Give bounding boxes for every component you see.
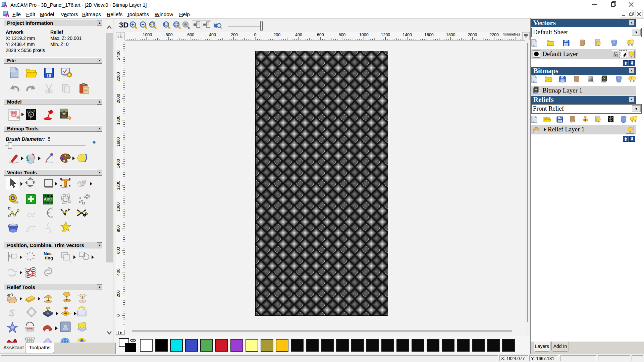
svg-text:-200: -200 — [229, 33, 238, 37]
svg-text:1600: 1600 — [424, 33, 434, 37]
svg-text:600: 600 — [317, 33, 324, 37]
svg-text:2200: 2200 — [489, 33, 499, 37]
svg-text:0: 0 — [116, 314, 121, 317]
svg-text:c: c — [29, 251, 31, 253]
svg-text:0: 0 — [254, 33, 257, 37]
svg-text:n: n — [26, 252, 29, 255]
svg-text:2200: 2200 — [116, 72, 121, 81]
svg-text:1800: 1800 — [116, 116, 121, 125]
svg-text:400: 400 — [295, 33, 302, 37]
svg-text:2400: 2400 — [116, 51, 121, 60]
svg-text:1200: 1200 — [116, 181, 121, 190]
svg-text:+: + — [533, 130, 535, 133]
svg-text:T: T — [34, 110, 35, 112]
svg-text:1200: 1200 — [381, 33, 390, 37]
svg-text:x: x — [30, 259, 31, 261]
svg-text:1800: 1800 — [446, 33, 455, 37]
svg-text:millimetres: millimetres — [502, 32, 520, 36]
svg-text:400: 400 — [116, 268, 121, 276]
svg-text:t: t — [27, 258, 29, 260]
svg-text:2000: 2000 — [468, 33, 477, 37]
svg-text:o: o — [25, 256, 28, 257]
svg-text:e: e — [32, 257, 35, 260]
svg-text:200: 200 — [116, 290, 121, 297]
svg-text:1000: 1000 — [116, 202, 121, 212]
svg-text:2000: 2000 — [116, 94, 121, 103]
svg-text:1000: 1000 — [359, 33, 369, 37]
svg-text:800: 800 — [116, 225, 121, 232]
svg-text:-1000: -1000 — [141, 33, 152, 37]
svg-text:ABC: ABC — [44, 197, 52, 201]
svg-text:t: t — [33, 255, 35, 256]
svg-text:S: S — [9, 307, 14, 318]
svg-text:600: 600 — [116, 247, 121, 254]
svg-text:-800: -800 — [164, 33, 173, 37]
svg-text:200: 200 — [273, 33, 280, 37]
svg-text:-400: -400 — [208, 33, 216, 37]
svg-text:800: 800 — [338, 33, 345, 37]
svg-text:1400: 1400 — [402, 33, 412, 37]
svg-text:b: b — [47, 311, 49, 315]
svg-text:u: u — [32, 252, 34, 254]
svg-text:1400: 1400 — [116, 159, 121, 168]
svg-text:1600: 1600 — [116, 137, 121, 146]
svg-text:ting: ting — [45, 255, 53, 260]
svg-text:-600: -600 — [186, 33, 194, 37]
